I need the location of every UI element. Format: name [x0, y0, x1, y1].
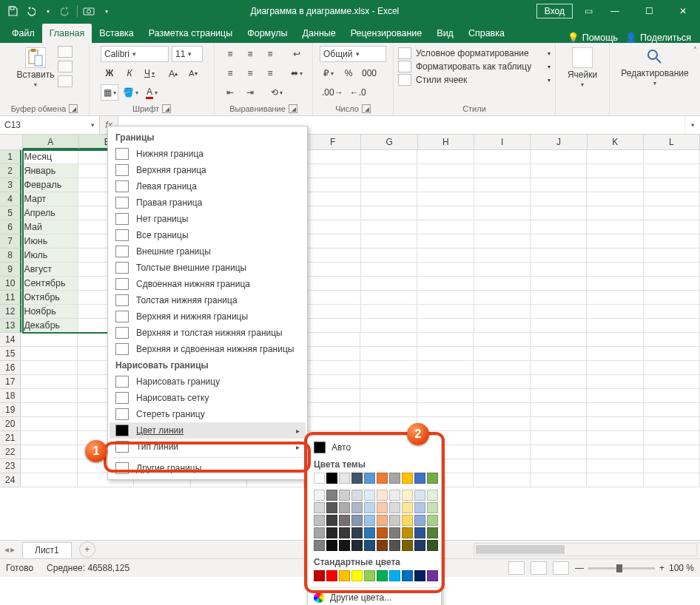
cell[interactable] — [587, 473, 643, 487]
cell[interactable]: Август — [21, 263, 78, 277]
color-swatch[interactable] — [339, 570, 350, 581]
cell[interactable] — [474, 473, 530, 487]
copy-button[interactable] — [58, 61, 73, 72]
cell[interactable] — [587, 234, 643, 249]
color-swatch[interactable] — [414, 502, 425, 513]
cell[interactable] — [587, 178, 643, 192]
add-sheet-button[interactable]: + — [79, 541, 95, 558]
border-item[interactable]: Толстая нижняя граница — [110, 292, 306, 308]
row-header[interactable]: 18 — [0, 389, 21, 403]
cell[interactable] — [361, 305, 417, 319]
cell[interactable] — [21, 445, 77, 459]
wrap-text-button[interactable]: ↩ — [288, 46, 306, 62]
border-item[interactable]: Внешние границы — [110, 243, 306, 260]
cell[interactable] — [304, 417, 360, 431]
cells-button[interactable]: Ячейки ▾ — [563, 46, 602, 89]
cell[interactable] — [361, 291, 417, 305]
tab-data[interactable]: Данные — [295, 24, 343, 43]
cell[interactable] — [21, 459, 77, 473]
row-header[interactable]: 6 — [0, 220, 21, 234]
color-swatch[interactable] — [339, 490, 350, 501]
cell[interactable] — [474, 277, 531, 291]
cell[interactable]: Март — [21, 192, 78, 206]
merge-button[interactable]: ⬌▾ — [288, 65, 306, 81]
inc-decimal-button[interactable]: .00→ — [320, 84, 346, 101]
align-launcher[interactable] — [289, 104, 297, 113]
minimize-button[interactable]: — — [598, 0, 632, 22]
color-swatch[interactable] — [364, 570, 375, 581]
color-swatch[interactable] — [427, 540, 438, 551]
cell[interactable] — [531, 178, 587, 192]
row-header[interactable]: 22 — [0, 445, 21, 459]
tell-me[interactable]: 💡Помощь — [568, 32, 618, 43]
indent-inc-button[interactable]: ⇥ — [241, 84, 259, 101]
border-item[interactable]: Нет границы — [110, 211, 306, 227]
color-swatch[interactable] — [389, 527, 400, 538]
cell[interactable] — [531, 417, 587, 431]
cell[interactable] — [417, 206, 474, 220]
cell[interactable] — [644, 319, 700, 333]
cell[interactable] — [587, 319, 643, 333]
row-header[interactable]: 15 — [0, 347, 21, 361]
close-button[interactable]: ✕ — [666, 0, 700, 22]
cell[interactable]: Июнь — [21, 234, 78, 249]
cell[interactable]: Февраль — [21, 178, 78, 192]
color-swatch[interactable] — [377, 490, 388, 501]
color-swatch[interactable] — [389, 540, 400, 551]
draw-border-item[interactable]: Стереть границу — [110, 406, 306, 422]
color-swatch[interactable] — [339, 502, 350, 513]
cell[interactable] — [644, 431, 700, 445]
cell[interactable] — [587, 220, 643, 234]
color-swatch[interactable] — [339, 540, 350, 551]
borders-button[interactable]: ▦▾ — [101, 84, 118, 101]
cell[interactable] — [361, 249, 417, 263]
cell[interactable] — [474, 417, 530, 431]
cell[interactable] — [531, 403, 587, 417]
color-swatch[interactable] — [389, 502, 400, 513]
row-header[interactable]: 23 — [0, 459, 21, 473]
color-swatch[interactable] — [427, 473, 438, 484]
align-center-button[interactable]: ≡ — [241, 65, 259, 81]
color-swatch[interactable] — [364, 490, 375, 501]
format-painter-button[interactable] — [58, 75, 73, 87]
cell[interactable] — [304, 347, 360, 361]
border-item[interactable]: Верхняя и сдвоенная нижняя границы — [110, 341, 306, 357]
cell[interactable] — [417, 234, 474, 249]
row-header[interactable]: 21 — [0, 431, 21, 445]
cell[interactable] — [304, 333, 360, 347]
cell[interactable] — [417, 220, 474, 234]
color-swatch[interactable] — [314, 540, 325, 551]
border-item[interactable]: Нижняя граница — [110, 146, 306, 162]
cell[interactable] — [587, 150, 643, 164]
qat-dd-icon[interactable]: ▾ — [100, 4, 113, 18]
color-swatch[interactable] — [351, 570, 363, 581]
paste-dd-icon[interactable]: ▾ — [34, 81, 37, 88]
color-swatch[interactable] — [364, 515, 375, 526]
cell[interactable]: Январь — [21, 164, 78, 178]
align-right-button[interactable]: ≡ — [261, 65, 279, 81]
cell[interactable] — [531, 220, 587, 234]
cell[interactable] — [644, 389, 700, 403]
color-swatch[interactable] — [351, 540, 363, 551]
cell[interactable] — [587, 361, 643, 375]
cell[interactable] — [531, 150, 587, 164]
color-swatch[interactable] — [377, 570, 388, 581]
cell[interactable] — [587, 249, 643, 263]
align-left-button[interactable]: ≡ — [221, 65, 239, 81]
tab-review[interactable]: Рецензирование — [343, 24, 430, 43]
sheet-next-icon[interactable]: ▸ — [10, 544, 15, 555]
cell[interactable] — [361, 277, 417, 291]
currency-button[interactable]: ₽▾ — [320, 65, 337, 81]
color-swatch[interactable] — [326, 570, 337, 581]
cell[interactable] — [644, 305, 700, 319]
cell[interactable] — [644, 375, 700, 389]
cell[interactable] — [361, 164, 417, 178]
cell[interactable] — [474, 361, 530, 375]
color-swatch[interactable] — [364, 527, 375, 538]
cell[interactable] — [531, 192, 587, 206]
line-style-item[interactable]: Тип линии▸ — [110, 439, 306, 455]
cell[interactable] — [21, 403, 77, 417]
cell[interactable] — [587, 192, 643, 206]
cell[interactable] — [531, 249, 587, 263]
cell[interactable]: Апрель — [21, 206, 78, 220]
